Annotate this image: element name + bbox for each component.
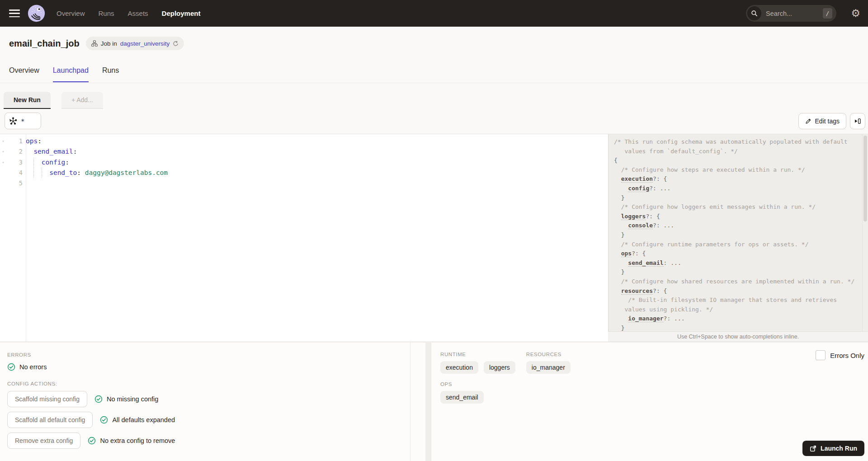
- chip-row: send_email: [440, 391, 868, 404]
- schema-token: /* Built-in filesystem IO manager that s…: [614, 296, 837, 303]
- line-number: 4: [6, 168, 23, 178]
- code-line[interactable]: 5: [0, 178, 608, 188]
- search-input[interactable]: Search... /: [746, 5, 836, 22]
- nav-item-assets[interactable]: Assets: [128, 9, 148, 17]
- ops-label: OPS: [440, 381, 868, 387]
- schema-token: /* Configure how shared resources are im…: [614, 278, 854, 285]
- schema-token: ?: {: [653, 287, 667, 294]
- errors-only-label: Errors Only: [830, 352, 864, 359]
- schema-token: values using pickling. */: [614, 306, 713, 313]
- schema-token: [614, 287, 621, 294]
- gear-icon[interactable]: ⚙: [851, 7, 860, 19]
- line-content: config:: [23, 157, 69, 168]
- remove-extra-config-button[interactable]: Remove extra config: [7, 433, 80, 449]
- nav-item-deployment[interactable]: Deployment: [162, 9, 201, 17]
- dagster-logo[interactable]: [27, 4, 46, 23]
- line-content: [23, 178, 26, 188]
- hamburger-menu-icon[interactable]: [9, 9, 20, 17]
- expand-panel-button[interactable]: [850, 113, 865, 129]
- indent-guide: [26, 146, 33, 157]
- schema-scrollbar-thumb[interactable]: [863, 136, 867, 221]
- op-selector-icon: [9, 117, 17, 125]
- schema-token: [614, 315, 628, 322]
- code-location-link[interactable]: dagster_university: [120, 40, 170, 47]
- code-token: :: [38, 136, 42, 146]
- schema-line: /* Built-in filesystem IO manager that s…: [614, 296, 868, 305]
- schema-token: ?: {: [646, 213, 660, 220]
- schema-token: [614, 222, 628, 229]
- schema-line: }: [614, 324, 868, 331]
- schema-token: resources: [621, 287, 653, 295]
- schema-line: /* Configure how loggers emit messages w…: [614, 202, 868, 212]
- schema-token: }: [614, 325, 624, 331]
- errors-label: ERRORS: [7, 352, 410, 358]
- indent-guide: [26, 168, 33, 178]
- schema-token: /* Configure how loggers emit messages w…: [614, 203, 816, 210]
- resources-label: RESOURCES: [526, 352, 571, 357]
- launch-run-label: Launch Run: [821, 445, 857, 452]
- schema-token: {: [614, 157, 618, 164]
- schema-token: send_email: [628, 259, 663, 267]
- launch-run-button[interactable]: Launch Run: [802, 441, 864, 456]
- config-editor-area: ▾1ops:▾2send_email:▾3config:4send_to: da…: [0, 134, 868, 342]
- edit-tags-button[interactable]: Edit tags: [798, 113, 846, 129]
- fold-caret-icon[interactable]: ▾: [0, 136, 6, 146]
- schema-scrollbar[interactable]: [862, 134, 868, 331]
- code-token: ops: [26, 136, 38, 146]
- schema-line: values from `default_config`. */: [614, 147, 868, 156]
- code-token: daggy@dagsterlabs.com: [85, 168, 168, 178]
- op-selector-input[interactable]: *: [5, 113, 41, 129]
- schema-token: /* Configure how steps are executed with…: [614, 166, 805, 173]
- yaml-editor[interactable]: ▾1ops:▾2send_email:▾3config:4send_to: da…: [0, 134, 608, 342]
- schema-line: }: [614, 268, 868, 277]
- runtime-label: RUNTIME: [440, 352, 515, 357]
- ops-group: OPSsend_email: [440, 381, 868, 404]
- pencil-icon: [805, 118, 811, 124]
- schema-token: console: [628, 222, 653, 229]
- job-location-badge: Job in dagster_university: [86, 37, 184, 50]
- line-content: send_to: daggy@dagsterlabs.com: [23, 168, 168, 178]
- tab-launchpad[interactable]: Launchpad: [53, 66, 89, 82]
- indent-guide: [26, 157, 33, 168]
- reload-icon[interactable]: [173, 41, 179, 47]
- chip-execution[interactable]: execution: [440, 361, 478, 374]
- nav-item-runs[interactable]: Runs: [99, 9, 114, 17]
- schema-token: io_manager: [628, 315, 663, 322]
- status-text: No extra config to remove: [100, 437, 175, 444]
- fold-caret-icon[interactable]: ▾: [0, 157, 6, 168]
- config-schema-panel: /* This run config schema was automatica…: [608, 134, 868, 331]
- fold-caret-icon[interactable]: ▾: [0, 146, 6, 157]
- run-config-tabs: New Run + Add...: [4, 92, 103, 109]
- code-line[interactable]: ▾1ops:: [0, 136, 608, 146]
- tab-new-run[interactable]: New Run: [4, 92, 51, 109]
- code-line[interactable]: ▾2send_email:: [0, 146, 608, 157]
- line-number: 1: [6, 136, 23, 146]
- add-tab-button[interactable]: + Add...: [61, 92, 103, 109]
- chip-send_email[interactable]: send_email: [440, 391, 484, 404]
- schema-token: ops: [621, 250, 632, 257]
- chip-io_manager[interactable]: io_manager: [526, 361, 571, 374]
- schema-line: }: [614, 193, 868, 203]
- tab-overview[interactable]: Overview: [9, 66, 39, 82]
- nav-item-overview[interactable]: Overview: [57, 9, 85, 17]
- scaffold-missing-config-button[interactable]: Scaffold missing config: [7, 391, 87, 407]
- top-nav-bar: OverviewRunsAssetsDeployment Search... /…: [0, 0, 868, 27]
- job-graph-icon: [91, 40, 98, 47]
- schema-line: /* Configure how steps are executed with…: [614, 165, 868, 175]
- page-header: email_chain_job Job in dagster_universit…: [9, 37, 184, 50]
- schema-line: resources?: {: [614, 287, 868, 296]
- autocomplete-hint: Use Ctrl+Space to show auto-completions …: [608, 331, 868, 342]
- indent-guide: [42, 168, 49, 178]
- scaffold-all-default-config-button[interactable]: Scaffold all default config: [7, 412, 93, 428]
- code-line[interactable]: 4send_to: daggy@dagsterlabs.com: [0, 168, 608, 178]
- errors-only-checkbox[interactable]: [816, 350, 826, 360]
- code-line[interactable]: ▾3config:: [0, 157, 608, 168]
- tab-runs[interactable]: Runs: [102, 66, 119, 82]
- launch-icon: [810, 445, 816, 452]
- schema-line: loggers?: {: [614, 212, 868, 221]
- panel-splitter[interactable]: [425, 343, 431, 461]
- chip-loggers[interactable]: loggers: [484, 361, 515, 374]
- schema-token: }: [614, 231, 624, 238]
- indent-guide: [33, 157, 41, 168]
- check-circle-icon: [100, 416, 108, 424]
